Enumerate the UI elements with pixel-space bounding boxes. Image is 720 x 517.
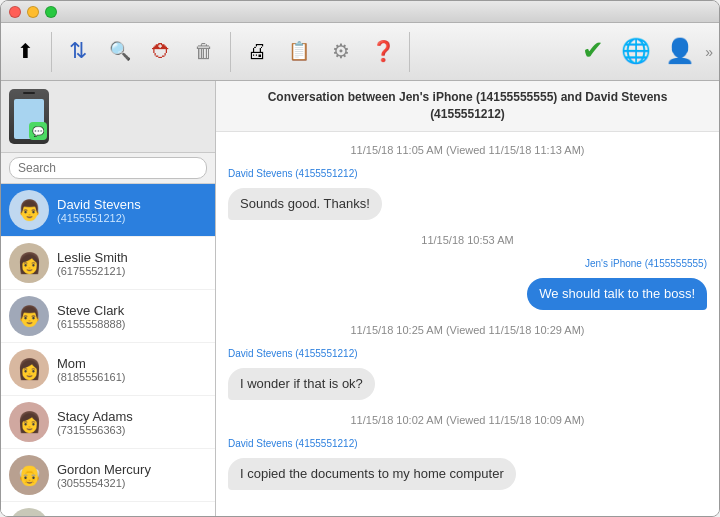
- contact-name: Gordon Mercury: [57, 462, 151, 477]
- title-bar: [1, 1, 719, 23]
- contact-info: Mom (8185556161): [57, 356, 126, 383]
- check-updates-icon: 🌐: [621, 37, 651, 65]
- contact-info: Steve Clark (6155558888): [57, 303, 126, 330]
- contact-avatar: 👨: [9, 508, 49, 517]
- contact-phone: (6155558888): [57, 318, 126, 330]
- my-license-icon: ✔: [582, 35, 604, 66]
- preferences-button[interactable]: ⚙: [321, 37, 361, 67]
- contact-item-gordon-mercury[interactable]: 👴 Gordon Mercury (3055554321): [1, 449, 215, 502]
- contact-info: Gordon Mercury (3055554321): [57, 462, 151, 489]
- export-icon: ⬆: [17, 41, 34, 61]
- print-button[interactable]: 🖨: [237, 37, 277, 67]
- message-timestamp: 11/15/18 10:53 AM: [228, 234, 707, 246]
- contact-item-leslie-smith[interactable]: 👩 Leslie Smith (6175552121): [1, 237, 215, 290]
- contact-name: David Stevens: [57, 197, 141, 212]
- search-button[interactable]: 🔍: [100, 38, 140, 66]
- contact-item-paul-stanley[interactable]: 👨 Paul Stanley (9195550001): [1, 502, 215, 517]
- contact-phone: (6175552121): [57, 265, 128, 277]
- help-icon: ❓: [371, 41, 396, 61]
- contact-avatar: 👩: [9, 402, 49, 442]
- separator-3: [409, 32, 410, 72]
- message-timestamp: 11/15/18 10:25 AM (Viewed 11/15/18 10:29…: [228, 324, 707, 336]
- separator-2: [230, 32, 231, 72]
- check-updates-button[interactable]: 🌐: [615, 33, 657, 71]
- preferences-icon: ⚙: [332, 41, 350, 61]
- hide-icon: 🗑: [194, 41, 214, 61]
- toolbar-expand-icon[interactable]: »: [703, 44, 715, 60]
- contact-item-steve-clark[interactable]: 👨 Steve Clark (6155558888): [1, 290, 215, 343]
- message-timestamp: 11/15/18 10:02 AM (Viewed 11/15/18 10:09…: [228, 414, 707, 426]
- recover-icon: ⛑: [152, 41, 172, 61]
- message-row: I wonder if that is ok?: [228, 368, 707, 400]
- contact-name: Leslie Smith: [57, 250, 128, 265]
- contact-avatar: 👩: [9, 349, 49, 389]
- sort-button[interactable]: ⇅: [58, 36, 98, 68]
- device-panel: 💬 👨 David Stevens (4155551212) 👩 Leslie …: [1, 81, 216, 517]
- device-icon: 💬: [9, 89, 49, 144]
- message-timestamp: 11/15/18 11:05 AM (Viewed 11/15/18 11:13…: [228, 144, 707, 156]
- sender-label: Jen's iPhone (4155555555): [228, 258, 707, 269]
- export-button[interactable]: ⬆: [5, 37, 45, 67]
- main-layout: 💬 👨 David Stevens (4155551212) 👩 Leslie …: [1, 81, 719, 517]
- maximize-button[interactable]: [45, 6, 57, 18]
- sender-label: David Stevens (4155551212): [228, 438, 707, 449]
- message-bubble: Sounds good. Thanks!: [228, 188, 382, 220]
- message-row: We should talk to the boss!: [228, 278, 707, 310]
- contact-avatar: 👩: [9, 243, 49, 283]
- contact-search: [1, 153, 215, 184]
- contact-item-david-stevens[interactable]: 👨 David Stevens (4155551212): [1, 184, 215, 237]
- print-icon: 🖨: [247, 41, 267, 61]
- close-button[interactable]: [9, 6, 21, 18]
- contact-name: Steve Clark: [57, 303, 126, 318]
- contact-phone: (7315556363): [57, 424, 133, 436]
- contact-name: Stacy Adams: [57, 409, 133, 424]
- conversation-header-text: Conversation between Jen's iPhone (14155…: [232, 89, 703, 123]
- messages-area: 11/15/18 11:05 AM (Viewed 11/15/18 11:13…: [216, 132, 719, 517]
- contact-avatar: 👨: [9, 190, 49, 230]
- help-button[interactable]: ❓: [363, 37, 403, 67]
- contact-item-stacy-adams[interactable]: 👩 Stacy Adams (7315556363): [1, 396, 215, 449]
- contact-avatar: 👨: [9, 296, 49, 336]
- message-row: I copied the documents to my home comput…: [228, 458, 707, 490]
- toolbar: ⬆ ⇅ 🔍 ⛑ 🗑 🖨 📋 ⚙ ❓ ✔: [1, 23, 719, 81]
- parent-tools-icon: 👤: [665, 37, 695, 65]
- contact-info: David Stevens (4155551212): [57, 197, 141, 224]
- contact-item-mom[interactable]: 👩 Mom (8185556161): [1, 343, 215, 396]
- contact-info: Stacy Adams (7315556363): [57, 409, 133, 436]
- message-bubble: I wonder if that is ok?: [228, 368, 375, 400]
- minimize-button[interactable]: [27, 6, 39, 18]
- message-panel: Conversation between Jen's iPhone (14155…: [216, 81, 719, 517]
- recover-button[interactable]: ⛑: [142, 37, 182, 67]
- search-icon: 🔍: [109, 42, 131, 60]
- copy-button[interactable]: 📋: [279, 38, 319, 66]
- conversation-header: Conversation between Jen's iPhone (14155…: [216, 81, 719, 132]
- device-screen: 💬: [14, 99, 44, 139]
- contact-name: Mom: [57, 356, 126, 371]
- separator-1: [51, 32, 52, 72]
- hide-button[interactable]: 🗑: [184, 37, 224, 67]
- device-info: 💬: [1, 81, 215, 153]
- contact-search-input[interactable]: [9, 157, 207, 179]
- contact-avatar: 👴: [9, 455, 49, 495]
- window-controls[interactable]: [9, 6, 57, 18]
- contact-phone: (8185556161): [57, 371, 126, 383]
- sender-label: David Stevens (4155551212): [228, 348, 707, 359]
- right-toolbar: ✔ 🌐 👤 »: [573, 31, 715, 72]
- sender-label: David Stevens (4155551212): [228, 168, 707, 179]
- my-license-button[interactable]: ✔: [573, 31, 613, 72]
- sort-icon: ⇅: [69, 40, 87, 62]
- contact-phone: (3055554321): [57, 477, 151, 489]
- contact-list: 👨 David Stevens (4155551212) 👩 Leslie Sm…: [1, 184, 215, 517]
- message-row: Sounds good. Thanks!: [228, 188, 707, 220]
- contact-phone: (4155551212): [57, 212, 141, 224]
- contact-info: Leslie Smith (6175552121): [57, 250, 128, 277]
- message-bubble: We should talk to the boss!: [527, 278, 707, 310]
- copy-icon: 📋: [288, 42, 310, 60]
- parent-tools-button[interactable]: 👤: [659, 33, 701, 71]
- message-bubble: I copied the documents to my home comput…: [228, 458, 516, 490]
